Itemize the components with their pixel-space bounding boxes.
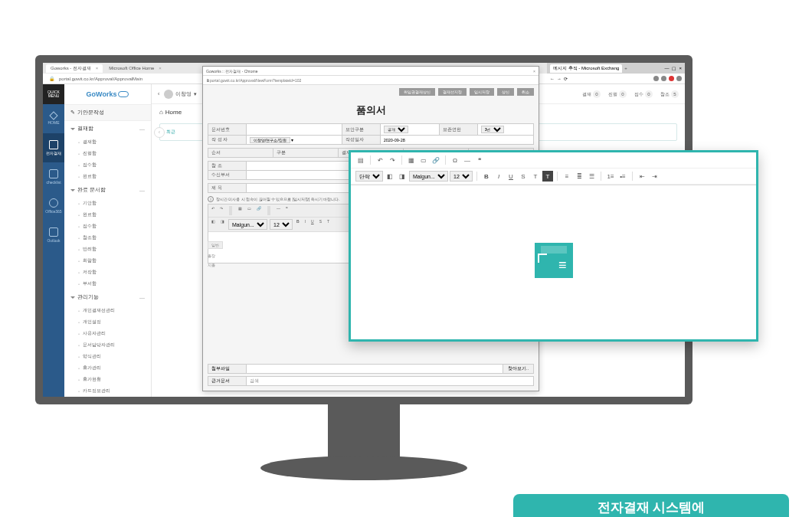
- minimize-icon[interactable]: —: [664, 66, 669, 71]
- close-icon[interactable]: ×: [159, 66, 162, 70]
- font-select[interactable]: Malgun...: [409, 171, 448, 182]
- sidebar-item[interactable]: 회람함: [64, 255, 151, 267]
- list-ol-icon[interactable]: 1≡: [605, 171, 616, 182]
- source-icon[interactable]: ▤: [355, 155, 366, 165]
- section-done-box[interactable]: 완료 문서함 —: [64, 182, 151, 198]
- section-approval-box[interactable]: 결재함 —: [64, 121, 151, 136]
- italic-icon[interactable]: I: [303, 219, 307, 230]
- search-button[interactable]: 검색: [247, 377, 533, 385]
- image-icon[interactable]: ▭: [418, 155, 429, 165]
- sidebar-item[interactable]: 카드정보관리: [64, 385, 151, 397]
- count-item[interactable]: 참조5: [660, 90, 679, 98]
- image-icon[interactable]: ▭: [246, 206, 253, 215]
- new-tab-icon[interactable]: +: [624, 66, 627, 70]
- count-item[interactable]: 접수0: [634, 90, 653, 98]
- sidebar-item[interactable]: 기안함: [64, 198, 151, 209]
- ext-icon[interactable]: [669, 76, 674, 81]
- maximize-icon[interactable]: ☐: [672, 66, 676, 71]
- align-center-icon[interactable]: ≣: [574, 171, 584, 182]
- table-icon[interactable]: ▦: [237, 206, 244, 215]
- collapse-icon[interactable]: —: [139, 188, 145, 193]
- format-icon[interactable]: ◨: [219, 219, 226, 230]
- profile-icon[interactable]: [676, 76, 682, 81]
- qm-home[interactable]: HOME: [43, 104, 64, 133]
- align-left-icon[interactable]: ≡: [562, 171, 572, 182]
- sidebar-item[interactable]: 문서담당자관리: [64, 339, 151, 351]
- retention-select[interactable]: 3년: [481, 126, 504, 133]
- chevron-down-icon[interactable]: ▾: [291, 138, 293, 142]
- qm-outlook[interactable]: Outlook: [43, 221, 64, 250]
- sidebar-item[interactable]: 참조함: [64, 232, 151, 244]
- sidebar-item[interactable]: 결재함: [64, 136, 151, 148]
- table-icon[interactable]: ▦: [406, 155, 417, 165]
- back-icon[interactable]: ←: [550, 77, 555, 81]
- sidebar-item[interactable]: 사용자관리: [64, 328, 151, 339]
- font-select[interactable]: Malgun...: [228, 219, 267, 230]
- bgcolor-icon[interactable]: T: [542, 171, 553, 182]
- align-right-icon[interactable]: ☰: [586, 171, 597, 182]
- textcolor-icon[interactable]: T: [326, 219, 331, 230]
- sidebar-item[interactable]: 완료함: [64, 171, 151, 182]
- side-tab[interactable]: 일반: [208, 241, 223, 249]
- delegate-button[interactable]: 위임권결재상신: [399, 88, 435, 96]
- home-icon[interactable]: ⌂: [159, 109, 163, 116]
- size-select[interactable]: 12: [450, 171, 473, 182]
- sidebar-item[interactable]: 반려함: [64, 244, 151, 255]
- quote-icon[interactable]: ❝: [474, 155, 485, 165]
- sidebar-item[interactable]: 휴가관리: [64, 362, 151, 374]
- ext-icon[interactable]: [653, 76, 659, 81]
- side-tab[interactable]: 출장: [208, 254, 223, 258]
- temp-save-button[interactable]: 임시저장: [470, 88, 494, 96]
- sidebar-item[interactable]: 개인결재선관리: [64, 305, 151, 316]
- close-icon[interactable]: ×: [679, 66, 682, 71]
- browse-button[interactable]: 찾아보기..: [503, 365, 533, 373]
- textcolor-icon[interactable]: T: [530, 171, 541, 182]
- close-icon[interactable]: ×: [533, 69, 535, 74]
- back-icon[interactable]: ‹: [158, 91, 159, 97]
- count-item[interactable]: 진행0: [608, 90, 627, 98]
- count-item[interactable]: 결재0: [582, 90, 601, 98]
- list-ul-icon[interactable]: •≡: [617, 171, 628, 182]
- link-icon[interactable]: 🔗: [255, 206, 263, 215]
- bold-icon[interactable]: B: [295, 219, 301, 230]
- strike-icon[interactable]: S: [518, 171, 529, 182]
- bg-tab-1[interactable]: Goworks - 전자결재 ×: [46, 64, 103, 73]
- reload-icon[interactable]: ⟳: [564, 76, 568, 81]
- side-tab[interactable]: 지출: [208, 263, 223, 267]
- popup-url-bar[interactable]: 🗎 portal.gowit.co.kr/Approval/NewForm?te…: [203, 76, 539, 85]
- undo-icon[interactable]: ↶: [375, 155, 385, 165]
- link-icon[interactable]: 🔗: [431, 155, 441, 165]
- underline-icon[interactable]: U: [309, 219, 316, 230]
- sidebar-item[interactable]: 완료함: [64, 209, 151, 221]
- format-icon[interactable]: ◧: [385, 171, 395, 182]
- outdent-icon[interactable]: ⇤: [637, 171, 647, 182]
- underline-icon[interactable]: U: [506, 171, 516, 182]
- editor-body[interactable]: [351, 185, 756, 335]
- secondary-tab[interactable]: 메시지 추적 - Microsoft Exchang: [550, 64, 622, 73]
- strike-icon[interactable]: S: [318, 219, 323, 230]
- style-select[interactable]: 단락: [355, 171, 383, 182]
- sidebar-item[interactable]: 접수함: [64, 159, 151, 171]
- indent-icon[interactable]: ⇥: [649, 171, 660, 182]
- sidebar-item[interactable]: 진행함: [64, 148, 151, 159]
- sidebar-item[interactable]: 양식관리: [64, 351, 151, 362]
- ext-icon[interactable]: [661, 76, 666, 81]
- qm-office365[interactable]: Office365: [43, 191, 64, 221]
- bg-tab-2[interactable]: Microsoft Office Home ×: [104, 65, 165, 71]
- user-chip[interactable]: 이창영 ▾: [164, 90, 197, 99]
- section-admin[interactable]: 관리기능 —: [64, 290, 151, 305]
- sidebar-item[interactable]: 부서함: [64, 278, 151, 290]
- hr-icon[interactable]: —: [275, 206, 282, 215]
- security-select[interactable]: 공개: [384, 126, 408, 133]
- redo-icon[interactable]: ↷: [387, 155, 398, 165]
- redo-icon[interactable]: ↷: [218, 206, 224, 215]
- italic-icon[interactable]: I: [493, 171, 504, 182]
- format-icon[interactable]: ◧: [210, 219, 217, 230]
- submit-button[interactable]: 상신: [497, 88, 514, 96]
- close-icon[interactable]: ×: [96, 66, 99, 70]
- sidebar-item[interactable]: 저장함: [64, 267, 151, 278]
- bold-icon[interactable]: B: [481, 171, 492, 182]
- size-select[interactable]: 12: [270, 219, 293, 230]
- collapse-icon[interactable]: —: [139, 295, 145, 300]
- logo[interactable]: GoWorks: [64, 84, 151, 104]
